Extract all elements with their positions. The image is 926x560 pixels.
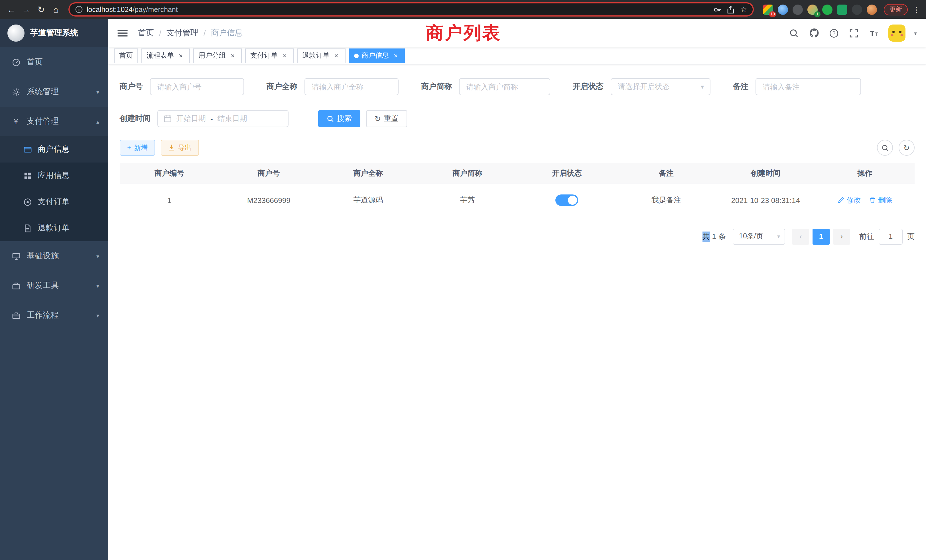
cell-merchant-id: 1 (120, 184, 219, 217)
field-short-name: 商户简称 (421, 78, 550, 95)
col-short-name: 商户简称 (418, 163, 517, 184)
status-toggle[interactable] (555, 194, 578, 206)
short-name-input[interactable] (459, 78, 550, 95)
search-button[interactable]: 搜索 (318, 110, 360, 127)
breadcrumb-payment[interactable]: 支付管理 (166, 28, 198, 38)
search-icon[interactable] (788, 27, 800, 39)
close-icon[interactable]: × (228, 51, 237, 60)
export-button[interactable]: 导出 (161, 140, 199, 156)
close-icon[interactable]: × (280, 51, 289, 60)
col-status: 开启状态 (517, 163, 617, 184)
edit-link[interactable]: 修改 (838, 195, 861, 205)
sidebar-item-label: 退款订单 (38, 223, 70, 233)
tab-process-form[interactable]: 流程表单 × (141, 48, 190, 63)
remark-input[interactable] (755, 78, 861, 95)
briefcase-icon (11, 311, 21, 320)
sidebar-item-merchant-info[interactable]: 商户信息 (0, 136, 108, 162)
page-button-1[interactable]: 1 (813, 229, 830, 244)
refresh-button[interactable]: ↻ (899, 140, 915, 156)
tab-home[interactable]: 首页 (114, 48, 138, 63)
sidebar-item-infra[interactable]: 基础设施 ▾ (0, 241, 108, 271)
tab-user-group[interactable]: 用户分组 × (193, 48, 242, 63)
user-avatar[interactable] (888, 24, 905, 42)
prev-page-button[interactable]: ‹ (792, 229, 809, 244)
sidebar-item-devtools[interactable]: 研发工具 ▾ (0, 271, 108, 301)
search-icon (881, 144, 889, 151)
next-page-button[interactable]: › (833, 229, 850, 244)
table-header-row: 商户编号 商户号 商户全称 商户简称 开启状态 备注 创建时间 操作 (120, 163, 915, 184)
sidebar-item-app-info[interactable]: 应用信息 (0, 162, 108, 189)
back-icon[interactable]: ← (5, 3, 18, 16)
browser-update-button[interactable]: 更新 (884, 4, 908, 15)
add-button[interactable]: + 新增 (120, 140, 155, 156)
grid-icon (23, 171, 32, 180)
tab-merchant-info[interactable]: 商户信息 × (349, 48, 405, 63)
profile-avatar[interactable] (867, 4, 877, 15)
browser-menu-icon[interactable]: ⋮ (911, 5, 921, 14)
page-unit-label: 页 (907, 231, 915, 242)
page-size-select[interactable]: 10条/页 ▾ (733, 229, 785, 244)
extensions-puzzle-icon[interactable] (852, 4, 862, 15)
url-text[interactable]: localhost:1024/pay/merchant (87, 5, 178, 14)
share-icon[interactable] (727, 5, 735, 14)
field-remark: 备注 (733, 78, 861, 95)
tab-label: 用户分组 (198, 51, 226, 61)
full-name-input[interactable] (304, 78, 398, 95)
sidebar-item-workflow[interactable]: 工作流程 ▾ (0, 301, 108, 330)
extension-icon[interactable]: 10 (763, 4, 773, 15)
field-label: 商户号 (120, 82, 143, 92)
delete-link[interactable]: 删除 (869, 195, 892, 205)
extension-icon[interactable]: 1 (807, 4, 818, 15)
extension-icon[interactable] (793, 4, 803, 15)
close-icon[interactable]: × (392, 51, 400, 60)
cell-merchant-no: M233666999 (219, 184, 319, 217)
sidebar-item-label: 研发工具 (27, 281, 59, 291)
screen: ← → ↻ ⌂ localhost:1024/pay/merchant ☆ 10 (0, 0, 926, 560)
hamburger-icon[interactable] (118, 30, 128, 36)
extension-icon[interactable] (778, 4, 788, 15)
sidebar-item-payment[interactable]: ¥ 支付管理 ▴ (0, 107, 108, 136)
extension-icon[interactable] (822, 4, 832, 15)
close-icon[interactable]: × (333, 51, 340, 60)
bookmark-star-icon[interactable]: ☆ (740, 5, 747, 14)
sidebar-item-pay-orders[interactable]: 支付订单 (0, 189, 108, 215)
tab-label: 支付订单 (250, 51, 278, 61)
sidebar-item-home[interactable]: 首页 (0, 47, 108, 77)
close-icon[interactable]: × (177, 51, 185, 60)
date-range-picker[interactable]: 开始日期 - 结束日期 (157, 110, 289, 127)
help-icon[interactable]: ? (829, 27, 840, 39)
fullscreen-icon[interactable] (849, 27, 860, 39)
sidebar-item-system[interactable]: 系统管理 ▾ (0, 77, 108, 107)
breadcrumb-home[interactable]: 首页 (138, 28, 154, 38)
status-select[interactable]: 请选择开启状态 ▾ (610, 78, 710, 95)
reset-button[interactable]: ↻ 重置 (366, 110, 407, 127)
sidebar: 芋道管理系统 首页 系统管理 ▾ ¥ 支付管理 ▴ (0, 19, 108, 560)
cell-actions: 修改 删除 (816, 184, 915, 217)
app-logo-row[interactable]: 芋道管理系统 (0, 19, 108, 47)
pencil-icon (838, 197, 844, 204)
sidebar-item-refund-orders[interactable]: 退款订单 (0, 215, 108, 241)
reload-icon[interactable]: ↻ (34, 3, 48, 16)
cell-short-name: 芋艿 (418, 184, 517, 217)
chevron-down-icon: ▾ (701, 83, 704, 90)
font-size-icon[interactable]: TT (869, 27, 880, 39)
goto-page-input[interactable] (879, 229, 903, 244)
dashboard-icon (11, 58, 21, 67)
tab-pay-orders[interactable]: 支付订单 × (245, 48, 294, 63)
tab-refund-orders[interactable]: 退款订单 × (297, 48, 345, 63)
forward-icon[interactable]: → (20, 3, 33, 16)
password-key-icon[interactable] (714, 5, 722, 14)
avatar-caret-icon[interactable]: ▾ (914, 30, 917, 36)
breadcrumb-merchant: 商户信息 (211, 28, 243, 38)
merchant-no-input[interactable] (150, 78, 244, 95)
github-icon[interactable] (808, 27, 820, 39)
toggle-search-button[interactable] (877, 140, 893, 156)
chevron-down-icon: ▾ (96, 312, 99, 318)
extension-icon[interactable] (837, 4, 847, 15)
trash-icon (869, 197, 876, 204)
page-info-icon[interactable] (75, 6, 83, 13)
card-icon (23, 145, 32, 154)
home-icon[interactable]: ⌂ (49, 3, 63, 16)
plus-icon: + (127, 144, 131, 152)
address-bar[interactable]: localhost:1024/pay/merchant ☆ (68, 2, 754, 17)
